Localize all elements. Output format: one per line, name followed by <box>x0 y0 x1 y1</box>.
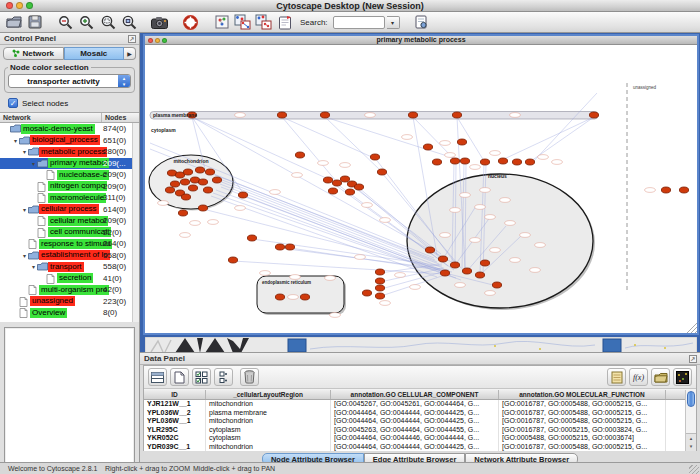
select-attributes-icon[interactable] <box>148 368 167 386</box>
float-panel-icon[interactable]: ↗ <box>128 35 136 43</box>
zoom-window-button[interactable] <box>26 2 33 9</box>
folder-icon <box>28 205 39 214</box>
status-welcome: Welcome to Cytoscape 2.8.1 <box>8 465 97 472</box>
column-header[interactable]: ID <box>144 390 206 399</box>
column-header[interactable]: annotation.GO CELLULAR_COMPONENT <box>331 390 499 399</box>
tree-row[interactable]: nucleobase-c209(0) <box>0 169 132 181</box>
disclosure-triangle-icon[interactable]: ▾ <box>21 252 28 259</box>
attribute-matrix-icon[interactable] <box>214 368 233 386</box>
tab-overflow-button[interactable]: ▶ <box>124 47 136 60</box>
disclosure-triangle-icon[interactable]: ▾ <box>21 148 28 155</box>
disclosure-triangle-icon[interactable]: ▾ <box>30 263 37 270</box>
document-icon <box>37 228 48 237</box>
tree-row[interactable]: ▾cellular process614(0) <box>0 204 132 216</box>
tree-row-label: cellular metabol <box>48 216 108 226</box>
minimize-window-button[interactable] <box>16 2 23 9</box>
network-overview-icon[interactable] <box>212 14 231 31</box>
table-row[interactable]: YKR052Ccytoplasm[GO:0044464, GO:0044446,… <box>144 434 696 443</box>
close-window-button[interactable] <box>6 2 13 9</box>
select-nodes-checkbox[interactable]: ✓ <box>8 98 18 108</box>
table-scrollbar[interactable]: ▴▾ <box>685 390 696 451</box>
select-nodes-label: Select nodes <box>22 99 68 108</box>
table-cell: [GO:0045263, GO:0044464, GO:0044455, G..… <box>331 426 499 435</box>
tree-row[interactable]: multi-organism pro42(0) <box>0 284 132 296</box>
folder-icon <box>19 136 30 145</box>
tree-row[interactable]: response to stimulu264(0) <box>0 238 132 250</box>
main-toolbar: Search: ▾ <box>0 12 700 33</box>
tree-row-label: biological_process <box>30 135 100 145</box>
table-cell: [GO:0016787, GO:0005488, GO:0005215, G..… <box>499 400 666 409</box>
tree-row[interactable]: mosaic-demo-yeast874(0) <box>0 123 132 135</box>
document-icon <box>46 170 57 179</box>
help-lifering-icon[interactable] <box>181 14 200 31</box>
table-cell: YKR052C <box>144 434 206 443</box>
netwin-close-button[interactable] <box>148 38 153 43</box>
search-dropdown-button[interactable]: ▾ <box>387 16 400 29</box>
notepad-icon[interactable] <box>607 368 626 386</box>
tree-row[interactable]: ▾establishment of lo558(0) <box>0 250 132 262</box>
tree-scrollbar[interactable] <box>132 123 139 322</box>
disclosure-triangle-icon[interactable]: ▾ <box>21 206 28 213</box>
mosaic-tab-label: Mosaic <box>80 49 107 58</box>
tree-row[interactable]: Overview8(0) <box>0 307 132 319</box>
network-tab-label: Network <box>22 49 54 58</box>
annotation-flag-icon[interactable] <box>275 14 294 31</box>
open-session-icon[interactable] <box>4 14 23 31</box>
zoom-fit-icon[interactable] <box>98 14 117 31</box>
network-view-window[interactable]: primary metabolic process plasma membran… <box>143 34 699 335</box>
table-row[interactable]: YPL036W__2plasma membrane[GO:0044464, GO… <box>144 409 696 418</box>
resize-grip[interactable] <box>689 465 699 474</box>
zoom-selected-icon[interactable] <box>119 14 138 31</box>
tab-mosaic[interactable]: Mosaic <box>64 47 125 60</box>
zoom-out-icon[interactable] <box>56 14 75 31</box>
tree-row[interactable]: nitrogen compo209(0) <box>0 181 132 193</box>
tree-row[interactable]: ▾metabolic process280(0) <box>0 146 132 158</box>
tree-row[interactable]: cell communicati22(0) <box>0 227 132 239</box>
tree-row-count: 42(0) <box>103 285 122 294</box>
tree-row[interactable]: cellular metabol209(0) <box>0 215 132 227</box>
tree-row-label: nitrogen compo <box>48 181 107 191</box>
tree-row[interactable]: ▾primary metabol209(... <box>0 158 132 170</box>
delete-attribute-trash-icon[interactable] <box>240 368 259 386</box>
save-session-icon[interactable] <box>25 14 44 31</box>
attribute-table-rows: YJR121W__1mitochondrion[GO:0045267, GO:0… <box>144 400 696 451</box>
tree-row[interactable]: ▾transport558(0) <box>0 261 132 273</box>
table-row[interactable]: YLR295Ccytoplasm[GO:0045263, GO:0044464,… <box>144 426 696 435</box>
netwin-zoom-button[interactable] <box>162 38 167 43</box>
er-label: endoplasmic reticulum <box>262 280 311 285</box>
create-attribute-icon[interactable] <box>170 368 189 386</box>
tab-network[interactable]: Network <box>3 47 64 60</box>
zoom-in-icon[interactable] <box>77 14 96 31</box>
disclosure-triangle-icon[interactable]: ▾ <box>30 160 37 167</box>
search-label: Search: <box>300 18 328 27</box>
snapshot-camera-icon[interactable] <box>150 14 169 31</box>
tree-row[interactable]: macromolecule311(0) <box>0 192 132 204</box>
table-cell: [GO:0044464, GO:0044444, GO:0044425, G..… <box>331 417 499 426</box>
formula-fx-icon[interactable]: f(x) <box>629 368 648 386</box>
layout-tool-2-icon[interactable] <box>254 14 273 31</box>
table-row[interactable]: YPL036W__1mitochondrion[GO:0044464, GO:0… <box>144 417 696 426</box>
folder-icon <box>28 147 39 156</box>
column-header[interactable]: _cellularLayoutRegion <box>206 390 331 399</box>
tree-row[interactable]: secretion41(0) <box>0 273 132 285</box>
layout-tool-1-icon[interactable] <box>233 14 252 31</box>
attribute-checklist-icon[interactable] <box>192 368 211 386</box>
cytoscape-app: Cytoscape Desktop (New Session) Search: … <box>0 0 700 474</box>
search-config-icon[interactable] <box>412 14 431 31</box>
table-scroll-arrows[interactable]: ▴▾ <box>686 433 696 451</box>
column-header[interactable]: annotation.GO MOLECULAR_FUNCTION <box>499 390 666 399</box>
import-attributes-folder-icon[interactable] <box>651 368 670 386</box>
table-row[interactable]: YDR039C__1mitochondrion[GO:0044464, GO:0… <box>144 443 696 452</box>
network-canvas[interactable]: plasma membranecytoplasmmitochondrionnuc… <box>145 45 697 333</box>
table-row[interactable]: YJR121W__1mitochondrion[GO:0045267, GO:0… <box>144 400 696 409</box>
netwin-minimize-button[interactable] <box>155 38 160 43</box>
heatmap-matrix-icon[interactable] <box>673 368 692 386</box>
tree-row[interactable]: unassigned223(0) <box>0 296 132 308</box>
birds-eye-view[interactable] <box>4 327 135 474</box>
disclosure-triangle-icon[interactable]: ▾ <box>12 137 19 144</box>
table-scroll-thumb[interactable] <box>687 391 695 407</box>
node-color-select[interactable]: transporter activity ▴▾ <box>8 74 131 88</box>
search-input[interactable] <box>333 16 385 29</box>
tree-row[interactable]: ▾biological_process651(0) <box>0 135 132 147</box>
float-panel-icon[interactable]: ↗ <box>689 355 697 363</box>
